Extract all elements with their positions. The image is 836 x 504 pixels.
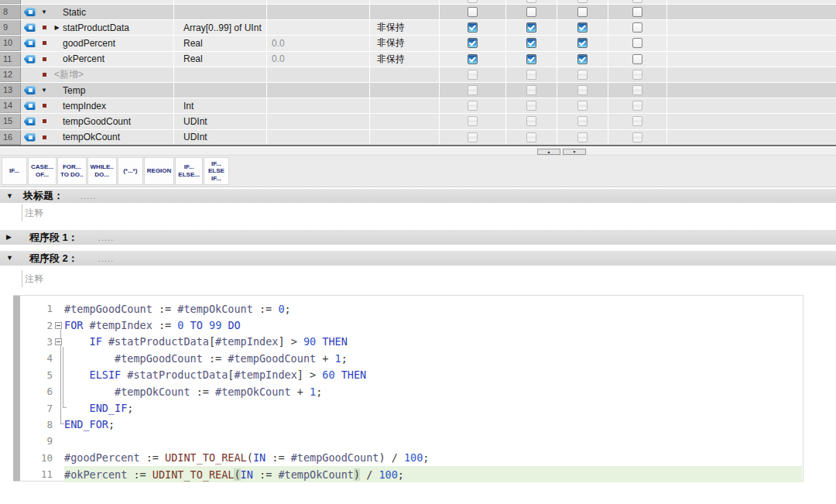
comment-cell[interactable] [667, 36, 836, 50]
checkbox-visible[interactable] [577, 54, 588, 64]
name-cell[interactable]: okPercent [37, 52, 174, 67]
code-line[interactable]: 2FOR #tempIndex := 0 TO 99 DO [20, 317, 802, 333]
name-cell[interactable]: ▶statProductData [37, 20, 174, 35]
snippet-button-case-of[interactable]: CASE...OF... [28, 157, 57, 185]
retain-cell[interactable] [370, 83, 440, 98]
comment-cell[interactable] [667, 98, 836, 113]
snippet-button-region[interactable]: REGION [144, 157, 175, 185]
name-cell[interactable]: ▼Static [37, 5, 174, 19]
checkbox-visible[interactable] [577, 22, 588, 33]
code-line[interactable]: 1#tempGoodCount := #tempOkCount := 0; [20, 300, 802, 317]
network-2-bar[interactable]: ▼ 程序段 2： ..... [0, 251, 836, 266]
snippet-button-for-to-do[interactable]: FOR...TO DO.. [57, 157, 87, 185]
type-cell[interactable] [174, 5, 267, 19]
checkbox-visible[interactable] [577, 38, 588, 48]
scl-code-editor[interactable]: 1#tempGoodCount := #tempOkCount := 0;2FO… [13, 295, 803, 482]
default-value-cell[interactable] [267, 98, 370, 113]
name-cell[interactable]: ▼Temp [37, 83, 174, 98]
checkbox-setpoint[interactable] [632, 54, 642, 64]
checkbox-writable[interactable] [526, 54, 536, 64]
type-cell[interactable]: UDInt [174, 130, 267, 145]
default-value-cell[interactable] [267, 20, 370, 35]
group-expander-icon[interactable]: ▼ [41, 87, 47, 94]
name-cell[interactable]: goodPercent [37, 36, 174, 50]
name-cell[interactable]: tempGoodCount [37, 114, 174, 129]
network-1-bar[interactable]: ▶ 程序段 1： ..... [0, 230, 836, 245]
snippet-button-while-do[interactable]: WHILE..DO... [87, 157, 117, 185]
type-cell[interactable] [174, 83, 267, 98]
code-line[interactable]: 3 IF #statProductData[#tempIndex] > 90 T… [20, 334, 802, 350]
checkbox-writable[interactable] [526, 22, 536, 33]
default-value-cell[interactable] [267, 114, 370, 129]
type-cell[interactable]: Real [174, 52, 267, 67]
checkbox-accessible[interactable] [468, 7, 478, 17]
type-cell[interactable]: UDInt [174, 114, 267, 129]
splitter-collapse-down-button[interactable]: ▼ [563, 149, 586, 155]
retain-cell[interactable]: 非保持 [370, 52, 440, 67]
table-editor-splitter[interactable]: ▲ ▼ [0, 148, 836, 156]
chevron-right-icon[interactable]: ▶ [6, 234, 23, 241]
block-comment-field[interactable]: 注释 [22, 204, 331, 221]
default-value-cell[interactable]: 0.0 [267, 36, 370, 50]
group-expander-icon[interactable]: ▼ [41, 9, 47, 15]
comment-cell[interactable] [667, 52, 836, 67]
checkbox-setpoint[interactable] [632, 7, 642, 17]
checkbox-writable[interactable] [526, 7, 536, 17]
type-cell[interactable]: Array[0..99] of UInt [174, 20, 267, 35]
name-cell[interactable]: tempOkCount [37, 130, 174, 145]
comment-cell[interactable] [667, 83, 836, 98]
network-1-placeholder[interactable]: ..... [98, 233, 114, 242]
comment-cell[interactable] [667, 130, 836, 145]
retain-cell[interactable]: 非保持 [370, 20, 440, 35]
default-value-cell[interactable] [267, 67, 370, 82]
comment-cell[interactable] [667, 114, 836, 129]
retain-cell[interactable]: 非保持 [370, 36, 440, 50]
fold-collapse-icon[interactable] [55, 322, 62, 329]
snippet-button-if-elsif[interactable]: IF...ELSEIF... [204, 157, 229, 185]
checkbox-setpoint[interactable] [632, 38, 642, 48]
checkbox-accessible[interactable] [468, 38, 478, 48]
name-cell[interactable]: tempIndex [37, 98, 174, 113]
chevron-down-icon[interactable]: ▼ [6, 193, 23, 200]
network-2-comment-field[interactable]: 注释 [22, 270, 331, 287]
chevron-down-icon[interactable]: ▼ [6, 255, 23, 262]
snippet-button-if-else[interactable]: IF...ELSE... [175, 157, 203, 185]
block-title-bar[interactable]: ▼ 块标题： ..... [0, 189, 836, 204]
checkbox-accessible[interactable] [468, 22, 478, 33]
type-cell[interactable]: Real [174, 36, 267, 50]
retain-cell[interactable] [370, 130, 440, 145]
checkbox-setpoint[interactable] [632, 22, 642, 33]
snippet-button-comment[interactable]: (*...*) [118, 157, 143, 185]
name-cell[interactable]: <新增> [37, 67, 174, 82]
retain-cell[interactable] [370, 5, 440, 19]
code-line[interactable]: 8END_FOR; [20, 417, 802, 433]
comment-cell[interactable] [667, 20, 836, 35]
retain-cell[interactable] [370, 67, 440, 82]
type-cell[interactable] [174, 67, 267, 82]
comment-cell[interactable] [667, 5, 836, 19]
code-line[interactable]: 10#goodPercent := UDINT_TO_REAL(IN := #t… [20, 450, 802, 466]
default-value-cell[interactable]: 0.0 [267, 52, 370, 67]
splitter-collapse-up-button[interactable]: ▲ [537, 149, 560, 155]
block-title-placeholder[interactable]: ..... [81, 191, 96, 201]
code-line[interactable]: 4 #tempGoodCount := #tempGoodCount + 1; [20, 350, 802, 366]
code-line[interactable]: 6 #tempOkCount := #tempOkCount + 1; [20, 383, 802, 399]
code-line[interactable]: 9 [20, 433, 802, 449]
retain-cell[interactable] [370, 114, 440, 129]
array-expander-icon[interactable]: ▶ [54, 25, 59, 31]
code-line[interactable]: 7 END_IF; [20, 399, 802, 416]
code-line[interactable]: 5 ELSIF #statProductData[#tempIndex] > 6… [20, 367, 802, 383]
retain-cell[interactable] [370, 98, 440, 113]
fold-collapse-icon[interactable] [55, 338, 62, 345]
code-line[interactable]: 11#okPercent := UDINT_TO_REAL(IN := #tem… [20, 466, 802, 482]
comment-cell[interactable] [667, 67, 836, 82]
checkbox-visible[interactable] [577, 7, 588, 17]
default-value-cell[interactable] [267, 83, 370, 98]
checkbox-writable[interactable] [526, 38, 536, 48]
type-cell[interactable]: Int [174, 98, 267, 113]
snippet-button-if[interactable]: IF... [2, 157, 27, 185]
checkbox-accessible[interactable] [468, 54, 478, 64]
default-value-cell[interactable] [267, 5, 370, 19]
default-value-cell[interactable] [267, 130, 370, 145]
network-2-placeholder[interactable]: ..... [98, 254, 114, 263]
